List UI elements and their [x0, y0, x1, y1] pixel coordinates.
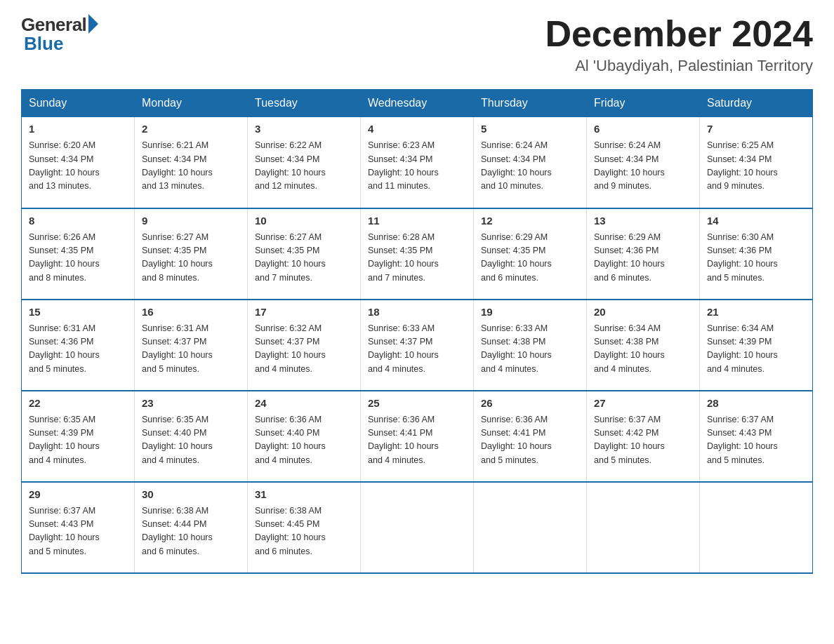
header-thursday: Thursday: [474, 90, 587, 117]
table-row: 19 Sunrise: 6:33 AMSunset: 4:38 PMDaylig…: [474, 300, 587, 391]
day-info: Sunrise: 6:37 AMSunset: 4:43 PMDaylight:…: [29, 506, 100, 556]
day-number: 13: [594, 215, 692, 227]
day-info: Sunrise: 6:20 AMSunset: 4:34 PMDaylight:…: [29, 140, 100, 191]
table-row: 14 Sunrise: 6:30 AMSunset: 4:36 PMDaylig…: [700, 208, 813, 300]
page-header: General Blue December 2024 Al 'Ubaydiyah…: [21, 14, 813, 75]
table-row: 26 Sunrise: 6:36 AMSunset: 4:41 PMDaylig…: [474, 391, 587, 482]
location-title: Al 'Ubaydiyah, Palestinian Territory: [545, 57, 813, 75]
table-row: 22 Sunrise: 6:35 AMSunset: 4:39 PMDaylig…: [22, 391, 135, 482]
table-row: 20 Sunrise: 6:34 AMSunset: 4:38 PMDaylig…: [587, 300, 700, 391]
table-row: 9 Sunrise: 6:27 AMSunset: 4:35 PMDayligh…: [135, 208, 248, 300]
day-number: 15: [29, 306, 127, 318]
day-number: 25: [368, 397, 466, 409]
day-info: Sunrise: 6:27 AMSunset: 4:35 PMDaylight:…: [255, 232, 326, 283]
table-row: 17 Sunrise: 6:32 AMSunset: 4:37 PMDaylig…: [248, 300, 361, 391]
table-row: 8 Sunrise: 6:26 AMSunset: 4:35 PMDayligh…: [22, 208, 135, 300]
day-number: 6: [594, 123, 692, 135]
day-number: 27: [594, 397, 692, 409]
day-number: 28: [707, 397, 805, 409]
logo-triangle-icon: [88, 14, 98, 34]
table-row: 18 Sunrise: 6:33 AMSunset: 4:37 PMDaylig…: [361, 300, 474, 391]
day-number: 24: [255, 397, 353, 409]
day-info: Sunrise: 6:33 AMSunset: 4:37 PMDaylight:…: [368, 323, 439, 374]
table-row: 12 Sunrise: 6:29 AMSunset: 4:35 PMDaylig…: [474, 208, 587, 300]
day-number: 19: [481, 306, 579, 318]
day-number: 29: [29, 488, 127, 500]
calendar-week-row: 29 Sunrise: 6:37 AMSunset: 4:43 PMDaylig…: [22, 482, 813, 573]
table-row: 13 Sunrise: 6:29 AMSunset: 4:36 PMDaylig…: [587, 208, 700, 300]
table-row: 30 Sunrise: 6:38 AMSunset: 4:44 PMDaylig…: [135, 482, 248, 573]
day-info: Sunrise: 6:23 AMSunset: 4:34 PMDaylight:…: [368, 140, 439, 191]
day-number: 14: [707, 215, 805, 227]
day-number: 22: [29, 397, 127, 409]
day-info: Sunrise: 6:24 AMSunset: 4:34 PMDaylight:…: [594, 140, 665, 191]
day-info: Sunrise: 6:31 AMSunset: 4:36 PMDaylight:…: [29, 323, 100, 374]
day-info: Sunrise: 6:30 AMSunset: 4:36 PMDaylight:…: [707, 232, 778, 283]
calendar-week-row: 22 Sunrise: 6:35 AMSunset: 4:39 PMDaylig…: [22, 391, 813, 482]
calendar-week-row: 15 Sunrise: 6:31 AMSunset: 4:36 PMDaylig…: [22, 300, 813, 391]
calendar-week-row: 1 Sunrise: 6:20 AMSunset: 4:34 PMDayligh…: [22, 117, 813, 208]
day-info: Sunrise: 6:37 AMSunset: 4:43 PMDaylight:…: [707, 415, 778, 465]
table-row: 29 Sunrise: 6:37 AMSunset: 4:43 PMDaylig…: [22, 482, 135, 573]
day-number: 30: [142, 488, 240, 500]
day-info: Sunrise: 6:36 AMSunset: 4:41 PMDaylight:…: [481, 415, 552, 465]
day-info: Sunrise: 6:29 AMSunset: 4:35 PMDaylight:…: [481, 232, 552, 283]
day-info: Sunrise: 6:38 AMSunset: 4:44 PMDaylight:…: [142, 506, 213, 556]
header-row: Sunday Monday Tuesday Wednesday Thursday…: [22, 90, 813, 117]
title-block: December 2024 Al 'Ubaydiyah, Palestinian…: [545, 14, 813, 75]
day-number: 31: [255, 488, 353, 500]
day-info: Sunrise: 6:37 AMSunset: 4:42 PMDaylight:…: [594, 415, 665, 465]
table-row: 6 Sunrise: 6:24 AMSunset: 4:34 PMDayligh…: [587, 117, 700, 208]
day-info: Sunrise: 6:34 AMSunset: 4:39 PMDaylight:…: [707, 323, 778, 374]
day-number: 2: [142, 123, 240, 135]
table-row: 21 Sunrise: 6:34 AMSunset: 4:39 PMDaylig…: [700, 300, 813, 391]
header-friday: Friday: [587, 90, 700, 117]
table-row: 3 Sunrise: 6:22 AMSunset: 4:34 PMDayligh…: [248, 117, 361, 208]
day-number: 16: [142, 306, 240, 318]
table-row: [361, 482, 474, 573]
day-number: 21: [707, 306, 805, 318]
day-info: Sunrise: 6:35 AMSunset: 4:40 PMDaylight:…: [142, 415, 213, 465]
table-row: 23 Sunrise: 6:35 AMSunset: 4:40 PMDaylig…: [135, 391, 248, 482]
day-number: 10: [255, 215, 353, 227]
calendar-body: 1 Sunrise: 6:20 AMSunset: 4:34 PMDayligh…: [22, 117, 813, 573]
calendar-week-row: 8 Sunrise: 6:26 AMSunset: 4:35 PMDayligh…: [22, 208, 813, 300]
table-row: [700, 482, 813, 573]
day-number: 17: [255, 306, 353, 318]
day-info: Sunrise: 6:28 AMSunset: 4:35 PMDaylight:…: [368, 232, 439, 283]
day-info: Sunrise: 6:35 AMSunset: 4:39 PMDaylight:…: [29, 415, 100, 465]
day-number: 8: [29, 215, 127, 227]
day-number: 1: [29, 123, 127, 135]
day-number: 23: [142, 397, 240, 409]
table-row: 16 Sunrise: 6:31 AMSunset: 4:37 PMDaylig…: [135, 300, 248, 391]
table-row: 7 Sunrise: 6:25 AMSunset: 4:34 PMDayligh…: [700, 117, 813, 208]
day-info: Sunrise: 6:32 AMSunset: 4:37 PMDaylight:…: [255, 323, 326, 374]
day-info: Sunrise: 6:36 AMSunset: 4:41 PMDaylight:…: [368, 415, 439, 465]
day-info: Sunrise: 6:22 AMSunset: 4:34 PMDaylight:…: [255, 140, 326, 191]
table-row: [587, 482, 700, 573]
day-number: 26: [481, 397, 579, 409]
day-info: Sunrise: 6:38 AMSunset: 4:45 PMDaylight:…: [255, 506, 326, 556]
table-row: 5 Sunrise: 6:24 AMSunset: 4:34 PMDayligh…: [474, 117, 587, 208]
day-info: Sunrise: 6:24 AMSunset: 4:34 PMDaylight:…: [481, 140, 552, 191]
day-number: 20: [594, 306, 692, 318]
day-number: 5: [481, 123, 579, 135]
header-monday: Monday: [135, 90, 248, 117]
day-info: Sunrise: 6:33 AMSunset: 4:38 PMDaylight:…: [481, 323, 552, 374]
month-title: December 2024: [545, 14, 813, 54]
day-info: Sunrise: 6:26 AMSunset: 4:35 PMDaylight:…: [29, 232, 100, 283]
header-wednesday: Wednesday: [361, 90, 474, 117]
day-info: Sunrise: 6:34 AMSunset: 4:38 PMDaylight:…: [594, 323, 665, 374]
table-row: 27 Sunrise: 6:37 AMSunset: 4:42 PMDaylig…: [587, 391, 700, 482]
table-row: 2 Sunrise: 6:21 AMSunset: 4:34 PMDayligh…: [135, 117, 248, 208]
calendar-table: Sunday Monday Tuesday Wednesday Thursday…: [21, 89, 813, 574]
day-info: Sunrise: 6:27 AMSunset: 4:35 PMDaylight:…: [142, 232, 213, 283]
day-info: Sunrise: 6:31 AMSunset: 4:37 PMDaylight:…: [142, 323, 213, 374]
day-number: 3: [255, 123, 353, 135]
logo: General Blue: [21, 14, 98, 55]
header-saturday: Saturday: [700, 90, 813, 117]
day-info: Sunrise: 6:29 AMSunset: 4:36 PMDaylight:…: [594, 232, 665, 283]
table-row: 10 Sunrise: 6:27 AMSunset: 4:35 PMDaylig…: [248, 208, 361, 300]
day-number: 4: [368, 123, 466, 135]
day-number: 11: [368, 215, 466, 227]
